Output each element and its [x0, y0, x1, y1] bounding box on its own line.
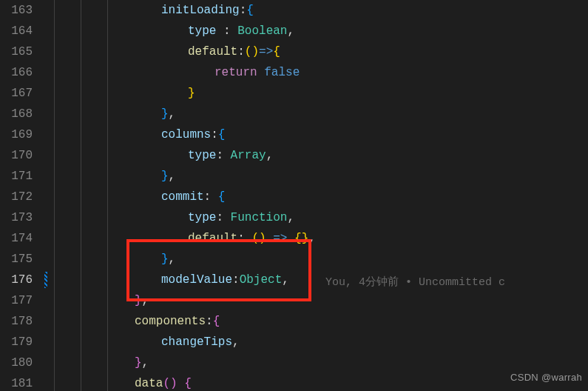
line-number: 170 [0, 145, 33, 166]
line-number: 179 [0, 332, 33, 352]
line-number: 166 [0, 62, 33, 83]
code-line[interactable]: default: () => {}, [46, 228, 588, 249]
line-number-gutter: 1631641651661671681691701711721731741751… [0, 0, 46, 391]
line-number: 173 [0, 207, 33, 228]
code-line[interactable]: data() { [46, 373, 588, 391]
line-number: 169 [0, 124, 33, 145]
line-number: 168 [0, 104, 33, 124]
code-line[interactable]: type: Function, [46, 207, 588, 228]
code-line[interactable]: initLoading:{ [46, 0, 588, 21]
line-number: 165 [0, 41, 33, 62]
code-line[interactable]: return false [46, 62, 588, 83]
line-number: 181 [0, 373, 33, 391]
code-line[interactable]: type : Boolean, [46, 21, 588, 41]
line-number: 175 [0, 249, 33, 270]
line-number: 167 [0, 83, 33, 104]
line-number: 178 [0, 311, 33, 332]
code-line[interactable]: } [46, 83, 588, 104]
code-line[interactable]: }, [46, 352, 588, 373]
codelens-text: You, 4分钟前 • Uncommitted c [325, 276, 505, 289]
line-number: 172 [0, 187, 33, 207]
code-line[interactable]: type: Array, [46, 145, 588, 166]
watermark: CSDN @warrah [510, 367, 582, 388]
line-number: 176 [0, 270, 33, 290]
line-number: 171 [0, 166, 33, 187]
code-line[interactable]: }, [46, 249, 588, 270]
modified-indicator [44, 272, 47, 288]
line-number: 177 [0, 290, 33, 311]
code-area[interactable]: initLoading:{type : Boolean,default:()=>… [46, 0, 588, 391]
git-blame-codelens: You, 4分钟前 • Uncommitted c [325, 273, 505, 293]
code-line[interactable]: default:()=>{ [46, 41, 588, 62]
line-number: 180 [0, 352, 33, 373]
line-number: 163 [0, 0, 33, 21]
line-number: 174 [0, 228, 33, 249]
code-line[interactable]: }, [46, 166, 588, 187]
code-line[interactable]: modelValue:Object, [46, 270, 588, 290]
code-line[interactable]: columns:{ [46, 124, 588, 145]
code-line[interactable]: }, [46, 104, 588, 124]
code-editor[interactable]: 1631641651661671681691701711721731741751… [0, 0, 588, 391]
code-line[interactable]: components:{ [46, 311, 588, 332]
code-line[interactable]: commit: { [46, 187, 588, 207]
code-line[interactable]: }, [46, 290, 588, 311]
code-line[interactable]: changeTips, [46, 332, 588, 352]
line-number: 164 [0, 21, 33, 41]
